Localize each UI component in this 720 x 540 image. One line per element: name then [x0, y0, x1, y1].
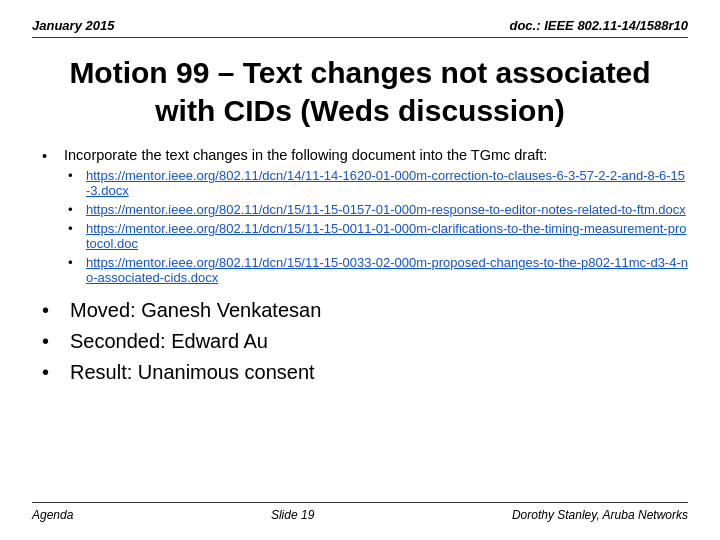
- header-doc: doc.: IEEE 802.11-14/1588r10: [509, 18, 688, 33]
- moved-label: Moved:: [70, 299, 136, 321]
- slide-header: January 2015 doc.: IEEE 802.11-14/1588r1…: [32, 18, 688, 38]
- footer-agenda: Agenda: [32, 508, 73, 522]
- slide-content: • Incorporate the text changes in the fo…: [32, 147, 688, 502]
- sub-bullet-dot-2: •: [68, 202, 86, 217]
- result-label: Result:: [70, 361, 132, 383]
- large-bullet-dot-seconded: •: [42, 330, 70, 353]
- bullet-text-1: Incorporate the text changes in the foll…: [64, 147, 688, 289]
- link-3[interactable]: https://mentor.ieee.org/802.11/dcn/15/11…: [86, 221, 688, 251]
- large-bullet-dot-moved: •: [42, 299, 70, 322]
- bullet-dot-1: •: [42, 148, 64, 164]
- link-4[interactable]: https://mentor.ieee.org/802.11/dcn/15/11…: [86, 255, 688, 285]
- main-bullet-item: • Incorporate the text changes in the fo…: [42, 147, 688, 289]
- sub-bullet-dot-3: •: [68, 221, 86, 236]
- large-bullet-text-result: Result: Unanimous consent: [70, 361, 315, 384]
- large-bullet-moved: • Moved: Ganesh Venkatesan: [42, 299, 688, 322]
- large-bullet-result: • Result: Unanimous consent: [42, 361, 688, 384]
- slide-footer: Agenda Slide 19 Dorothy Stanley, Aruba N…: [32, 502, 688, 522]
- slide-title: Motion 99 – Text changes not associated …: [32, 54, 688, 129]
- large-bullet-seconded: • Seconded: Edward Au: [42, 330, 688, 353]
- sub-bullet-dot-4: •: [68, 255, 86, 270]
- sub-bullet-1: • https://mentor.ieee.org/802.11/dcn/14/…: [68, 168, 688, 198]
- sub-bullet-2: • https://mentor.ieee.org/802.11/dcn/15/…: [68, 202, 688, 217]
- footer-slide-number: Slide 19: [271, 508, 314, 522]
- seconded-label: Seconded:: [70, 330, 166, 352]
- main-bullet-text: Incorporate the text changes in the foll…: [64, 147, 547, 163]
- title-text: Motion 99 – Text changes not associated …: [69, 56, 650, 127]
- link-1[interactable]: https://mentor.ieee.org/802.11/dcn/14/11…: [86, 168, 688, 198]
- large-bullet-text-seconded: Seconded: Edward Au: [70, 330, 268, 353]
- large-bullet-dot-result: •: [42, 361, 70, 384]
- slide: January 2015 doc.: IEEE 802.11-14/1588r1…: [0, 0, 720, 540]
- sub-bullet-3: • https://mentor.ieee.org/802.11/dcn/15/…: [68, 221, 688, 251]
- result-value: Unanimous consent: [138, 361, 315, 383]
- link-2[interactable]: https://mentor.ieee.org/802.11/dcn/15/11…: [86, 202, 686, 217]
- header-date: January 2015: [32, 18, 114, 33]
- sub-bullet-4: • https://mentor.ieee.org/802.11/dcn/15/…: [68, 255, 688, 285]
- large-bullet-text-moved: Moved: Ganesh Venkatesan: [70, 299, 321, 322]
- sub-bullets-list: • https://mentor.ieee.org/802.11/dcn/14/…: [68, 168, 688, 285]
- sub-bullet-dot-1: •: [68, 168, 86, 183]
- moved-value: Ganesh Venkatesan: [141, 299, 321, 321]
- seconded-value: Edward Au: [171, 330, 268, 352]
- footer-author: Dorothy Stanley, Aruba Networks: [512, 508, 688, 522]
